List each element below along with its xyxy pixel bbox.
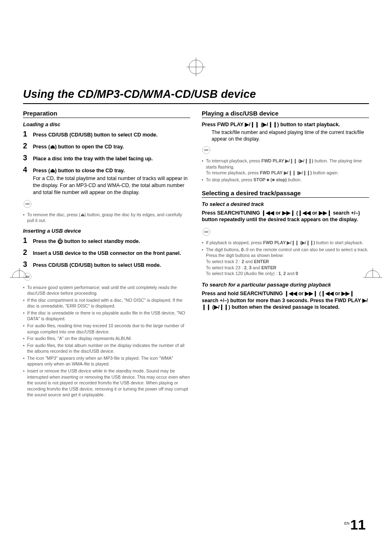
section-selecting-title: Selecting a desired track/passage: [202, 190, 369, 197]
note-item: If the disc is unreadable or there is no…: [23, 310, 190, 322]
right-column: Playing a disc/USB device Press FWD PLAY…: [202, 110, 369, 399]
play-pause-glyph: ▶/❙❙: [245, 122, 259, 127]
svg-rect-9: [26, 204, 26, 204]
section-rule: [23, 118, 190, 118]
note-icon: [202, 146, 369, 156]
subhead-inserting-usb: Inserting a USB device: [23, 228, 190, 234]
note-icon: [23, 272, 190, 283]
page-number-prefix: EN: [344, 521, 350, 525]
step-number: 2: [23, 142, 33, 150]
step-body: Insert a USB device to the USB connector…: [33, 250, 181, 257]
search-passage-instruction: Press and hold SEARCH/TUNING ❙◀◀ or ▶▶❙ …: [202, 290, 369, 311]
note-item: If the disc compartment is not loaded wi…: [23, 297, 190, 309]
step-number: 1: [23, 130, 33, 139]
step-continuation: For a CD, the total playtime and total n…: [33, 175, 190, 196]
section-playing-title: Playing a disc/USB device: [202, 110, 369, 117]
svg-rect-10: [27, 204, 27, 204]
usb-step-3: 3 Press CD/USB (CD/USB) button to select…: [23, 260, 190, 269]
step-text: Press (⏏) button to close the CD tray.: [33, 168, 125, 173]
step-body: Press (⏏) button to open the CD tray.: [33, 143, 124, 150]
step-body: Press the ⏻ button to select standby mod…: [33, 238, 140, 245]
section-rule: [202, 118, 369, 118]
step-1: 1 Press CD/USB (CD/USB) button to select…: [23, 130, 190, 139]
svg-rect-11: [28, 204, 28, 204]
note-item: The digit buttons, 0–9 on the remote con…: [202, 247, 369, 277]
note-item: For audio files, the total album number …: [23, 342, 190, 354]
note-icon: [202, 227, 369, 238]
note-item: To stop playback, press STOP ■ (■ stop) …: [202, 177, 369, 183]
svg-rect-29: [207, 231, 207, 232]
usb-note-list: To ensure good system performance; wait …: [23, 284, 190, 398]
step-body: Place a disc into the tray with the labe…: [33, 155, 153, 162]
svg-rect-23: [207, 150, 207, 150]
note-item: For audio files, "A" on the display repr…: [23, 335, 190, 342]
playing-instruction-detail: The track/file number and elapsed playin…: [212, 129, 369, 142]
note-item: For audio files, reading time may exceed…: [23, 323, 190, 335]
step-body: Press CD/USB (CD/USB) button to select C…: [33, 132, 158, 139]
instr-pre: Press FWD PLAY: [202, 122, 245, 127]
page-number: EN11: [344, 517, 366, 533]
left-column: Preparation Loading a disc 1 Press CD/US…: [23, 110, 190, 399]
section-rule: [202, 197, 369, 198]
step-body: Press CD/USB (CD/USB) button to select U…: [33, 262, 161, 269]
svg-rect-27: [205, 231, 205, 232]
playing-instruction: Press FWD PLAY ▶/❙❙ (▶/❙❙) button to sta…: [202, 121, 369, 128]
subhead-select-track: To select a desired track: [202, 201, 369, 207]
select-track-instruction: Press SEARCH/TUNING ❙◀◀ or ▶▶❙ (❙◀◀ or ▶…: [202, 210, 369, 224]
page-title: Using the CD/MP3-CD/WMA-CD/USB device: [23, 88, 369, 101]
usb-step-1: 1 Press the ⏻ button to select standby m…: [23, 236, 190, 245]
step-number: 4: [23, 166, 33, 174]
svg-rect-30: [208, 231, 208, 232]
instr-post: button to start playback.: [279, 122, 340, 127]
selecting-note-list: If playback is stopped, press FWD PLAY ▶…: [202, 240, 369, 276]
note-item: If playback is stopped, press FWD PLAY ▶…: [202, 240, 369, 246]
svg-rect-24: [208, 150, 208, 150]
svg-rect-28: [205, 231, 206, 232]
note-item: Insert or remove the USB device while in…: [23, 368, 190, 398]
subhead-search-passage: To search for a particular passage durin…: [202, 282, 369, 288]
svg-rect-21: [205, 150, 205, 150]
step-2: 2 Press (⏏) button to open the CD tray.: [23, 142, 190, 150]
svg-rect-12: [29, 204, 29, 204]
step-3: 3 Place a disc into the tray with the la…: [23, 154, 190, 162]
step-number: 3: [23, 260, 33, 269]
usb-step-2: 2 Insert a USB device to the USB connect…: [23, 248, 190, 257]
playing-note-list: To interrupt playback, press FWD PLAY ▶/…: [202, 158, 369, 183]
note-item: To ensure good system performance; wait …: [23, 284, 190, 296]
note-list: To remove the disc, press (⏏) button, gr…: [23, 212, 190, 224]
note-item: To remove the disc, press (⏏) button, gr…: [23, 212, 190, 224]
note-item: The icon "MP3" appears only when an MP3-…: [23, 355, 190, 367]
step-number: 2: [23, 248, 33, 257]
note-item: To interrupt playback, press FWD PLAY ▶/…: [202, 158, 369, 176]
play-pause-paren-glyph: (▶/❙❙): [261, 122, 279, 127]
title-rule: [23, 103, 369, 104]
note-icon: [23, 199, 190, 210]
svg-rect-22: [205, 150, 206, 150]
section-preparation-title: Preparation: [23, 110, 190, 117]
page-number-value: 11: [350, 517, 366, 532]
step-body: Press (⏏) button to close the CD tray. F…: [33, 167, 190, 196]
subhead-loading-disc: Loading a disc: [23, 121, 190, 127]
crop-mark-top: [187, 58, 205, 76]
svg-rect-18: [29, 276, 29, 277]
step-number: 1: [23, 236, 33, 245]
step-4: 4 Press (⏏) button to close the CD tray.…: [23, 166, 190, 196]
step-number: 3: [23, 154, 33, 162]
